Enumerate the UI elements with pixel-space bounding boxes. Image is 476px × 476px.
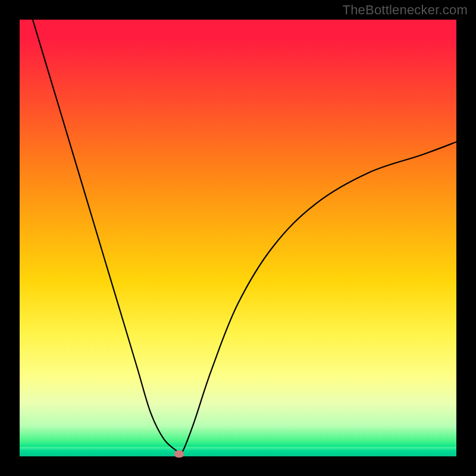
attribution-text: TheBottlenecker.com [343,2,468,18]
bottleneck-curve [20,20,456,456]
chart-frame [20,20,456,456]
chart-background-gradient [20,20,456,456]
optimal-point-marker [174,450,184,458]
